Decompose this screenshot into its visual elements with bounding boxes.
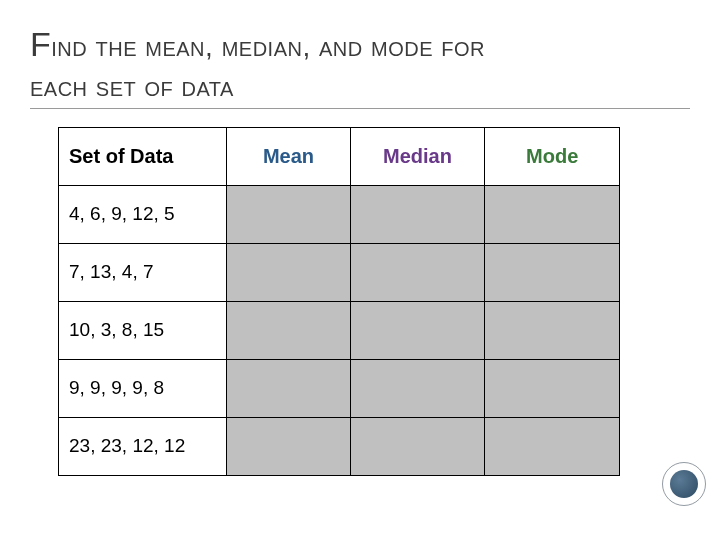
cell-mode — [485, 417, 620, 475]
cell-median — [350, 301, 485, 359]
cell-mode — [485, 243, 620, 301]
cell-mean — [227, 185, 350, 243]
table-header-row: Set of Data Mean Median Mode — [59, 127, 620, 185]
cell-mean — [227, 243, 350, 301]
table-container: Set of Data Mean Median Mode 4, 6, 9, 12… — [30, 127, 690, 476]
table-row: 7, 13, 4, 7 — [59, 243, 620, 301]
table-row: 10, 3, 8, 15 — [59, 301, 620, 359]
cell-set: 9, 9, 9, 9, 8 — [59, 359, 227, 417]
header-set: Set of Data — [59, 127, 227, 185]
cell-median — [350, 185, 485, 243]
slide-title: Find the mean, median, and mode for each… — [30, 22, 690, 106]
title-line2: each set of data — [30, 71, 234, 102]
cell-set: 4, 6, 9, 12, 5 — [59, 185, 227, 243]
title-line1: ind the mean, median, and mode for — [51, 31, 485, 62]
cell-mean — [227, 359, 350, 417]
cell-set-label: 4, 6, 9, 12, 5 — [69, 203, 175, 224]
header-mean-label: Mean — [263, 145, 314, 167]
header-mean: Mean — [227, 127, 350, 185]
cell-median — [350, 417, 485, 475]
cell-set-label: 7, 13, 4, 7 — [69, 261, 154, 282]
cell-mode — [485, 359, 620, 417]
table-row: 23, 23, 12, 12 — [59, 417, 620, 475]
table-row: 9, 9, 9, 9, 8 — [59, 359, 620, 417]
cell-mean — [227, 301, 350, 359]
cell-set-label: 23, 23, 12, 12 — [69, 435, 185, 456]
cell-mode — [485, 185, 620, 243]
cell-set: 10, 3, 8, 15 — [59, 301, 227, 359]
cell-set: 23, 23, 12, 12 — [59, 417, 227, 475]
cell-set: 7, 13, 4, 7 — [59, 243, 227, 301]
table-row: 4, 6, 9, 12, 5 — [59, 185, 620, 243]
header-median: Median — [350, 127, 485, 185]
cell-mode — [485, 301, 620, 359]
title-first-letter: F — [30, 25, 51, 63]
header-mode-label: Mode — [526, 145, 578, 167]
cell-median — [350, 243, 485, 301]
cell-median — [350, 359, 485, 417]
header-mode: Mode — [485, 127, 620, 185]
cell-set-label: 9, 9, 9, 9, 8 — [69, 377, 164, 398]
decorative-circle-icon — [662, 462, 706, 506]
slide: Find the mean, median, and mode for each… — [0, 0, 720, 540]
data-table: Set of Data Mean Median Mode 4, 6, 9, 12… — [58, 127, 620, 476]
header-median-label: Median — [383, 145, 452, 167]
cell-set-label: 10, 3, 8, 15 — [69, 319, 164, 340]
cell-mean — [227, 417, 350, 475]
title-block: Find the mean, median, and mode for each… — [30, 22, 690, 109]
header-set-label: Set of Data — [69, 145, 173, 167]
